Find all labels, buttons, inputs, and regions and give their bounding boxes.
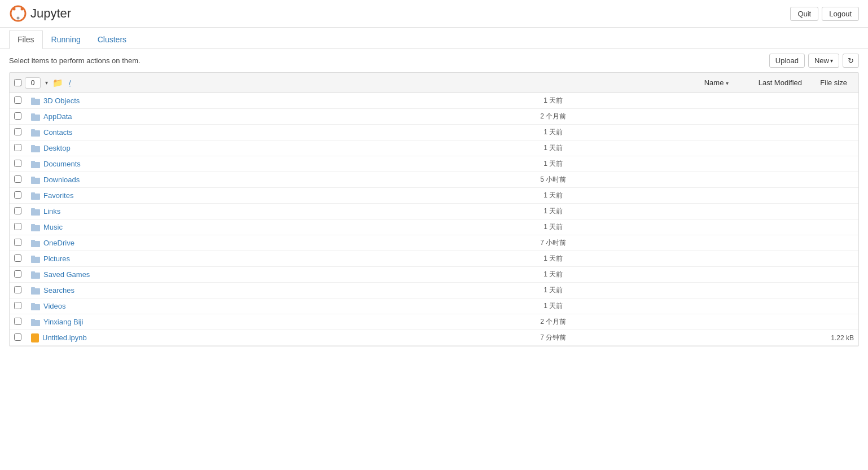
file-name-link[interactable]: Untitled.ipynb [42,333,87,342]
svg-rect-11 [31,145,35,147]
row-checkbox[interactable] [14,160,21,167]
row-checkbox[interactable] [14,144,21,151]
row-checkbox[interactable] [14,112,21,120]
file-modified: 7 小时前 [445,235,661,251]
table-row: Links1 天前 [10,204,858,219]
row-checkbox[interactable] [14,175,21,183]
row-checkbox[interactable] [14,302,21,309]
svg-rect-25 [31,256,35,258]
svg-rect-9 [31,129,35,131]
folder-icon [31,97,40,105]
tab-files[interactable]: Files [9,30,43,49]
main-tabs: Files Running Clusters [0,30,868,49]
folder-icon-header: 📁 [52,78,63,88]
header-buttons: Quit Logout [790,7,859,21]
folder-icon [31,113,40,121]
svg-point-1 [13,8,16,11]
file-name-link[interactable]: Links [43,207,60,216]
file-modified: 7 分钟前 [445,330,661,346]
file-name-link[interactable]: Searches [43,286,74,295]
table-row: Documents1 天前 [10,156,858,172]
folder-icon [31,192,40,200]
folder-icon [31,239,40,247]
file-size [661,125,858,140]
folder-icon [31,129,40,137]
svg-point-3 [17,17,20,20]
table-row: 3D Objects1 天前 [10,93,858,109]
row-checkbox[interactable] [14,239,21,246]
file-name-link[interactable]: Videos [43,302,66,310]
table-row: Saved Games1 天前 [10,267,858,283]
row-checkbox[interactable] [14,191,21,199]
file-name-link[interactable]: Desktop [43,144,71,152]
size-column-header[interactable]: File size [809,76,854,90]
file-name-link[interactable]: Music [43,223,63,231]
row-checkbox[interactable] [14,128,21,135]
file-modified: 1 天前 [445,140,661,156]
row-checkbox[interactable] [14,270,21,278]
file-name-link[interactable]: Downloads [43,175,80,184]
table-row: Searches1 天前 [10,283,858,298]
file-modified: 1 天前 [445,298,661,314]
table-row: Favorites1 天前 [10,188,858,204]
list-header: 0 ▾ 📁 / Name ▾ Last Modified File size [10,73,858,93]
logout-button[interactable]: Logout [822,7,859,21]
upload-button[interactable]: Upload [769,54,805,68]
row-checkbox[interactable] [14,254,21,262]
modified-column-header[interactable]: Last Modified [735,76,809,90]
svg-rect-23 [31,240,35,242]
file-name-link[interactable]: 3D Objects [43,96,80,105]
file-name-link[interactable]: Yinxiang Biji [43,318,83,326]
file-size [661,314,858,330]
svg-rect-13 [31,161,35,163]
select-all-checkbox[interactable] [14,79,21,86]
count-dropdown-button[interactable]: ▾ [44,80,49,86]
file-table-body: 3D Objects1 天前 AppData2 个月前 Contacts1 天前… [10,93,858,346]
file-name-link[interactable]: Saved Games [43,270,90,279]
svg-rect-15 [31,177,35,179]
svg-rect-27 [31,271,35,274]
table-row: Music1 天前 [10,219,858,235]
folder-icon [31,208,40,216]
row-checkbox[interactable] [14,96,21,104]
app-header: Jupyter Quit Logout [0,0,868,28]
tab-running[interactable]: Running [43,30,89,49]
file-name-link[interactable]: Documents [43,160,81,168]
svg-rect-33 [31,319,35,321]
row-checkbox[interactable] [14,207,21,214]
file-name-link[interactable]: Contacts [43,128,72,137]
refresh-button[interactable]: ↻ [843,54,859,68]
path-link[interactable]: / [69,78,71,87]
file-size [661,93,858,109]
tab-clusters[interactable]: Clusters [89,30,135,49]
file-size [661,251,858,267]
folder-icon [31,318,40,326]
folder-icon [31,160,40,168]
file-list: 0 ▾ 📁 / Name ▾ Last Modified File size 3… [0,72,868,346]
table-row: Untitled.ipynb7 分钟前1.22 kB [10,330,858,346]
table-row: Videos1 天前 [10,298,858,314]
svg-rect-29 [31,287,35,289]
row-checkbox[interactable] [14,223,21,230]
file-name-link[interactable]: OneDrive [43,239,74,247]
name-sort-arrow: ▾ [726,80,729,86]
select-message: Select items to perform actions on them. [9,56,141,65]
svg-rect-19 [31,208,35,210]
file-name-link[interactable]: Pictures [43,254,70,263]
row-checkbox[interactable] [14,286,21,293]
file-modified: 1 天前 [445,219,661,235]
toolbar-right: Upload New ▾ ↻ [769,54,859,68]
row-checkbox[interactable] [14,318,21,325]
file-size [661,219,858,235]
quit-button[interactable]: Quit [790,7,818,21]
table-wrapper: 0 ▾ 📁 / Name ▾ Last Modified File size 3… [9,72,859,346]
name-column-header[interactable]: Name ▾ [698,76,735,90]
file-name-link[interactable]: Favorites [43,191,73,200]
file-size: 1.22 kB [661,330,858,346]
notebook-icon [31,333,39,342]
file-name-link[interactable]: AppData [43,112,72,121]
file-size [661,156,858,172]
row-checkbox[interactable] [14,333,21,341]
file-modified: 2 个月前 [445,314,661,330]
new-button[interactable]: New ▾ [808,54,839,68]
